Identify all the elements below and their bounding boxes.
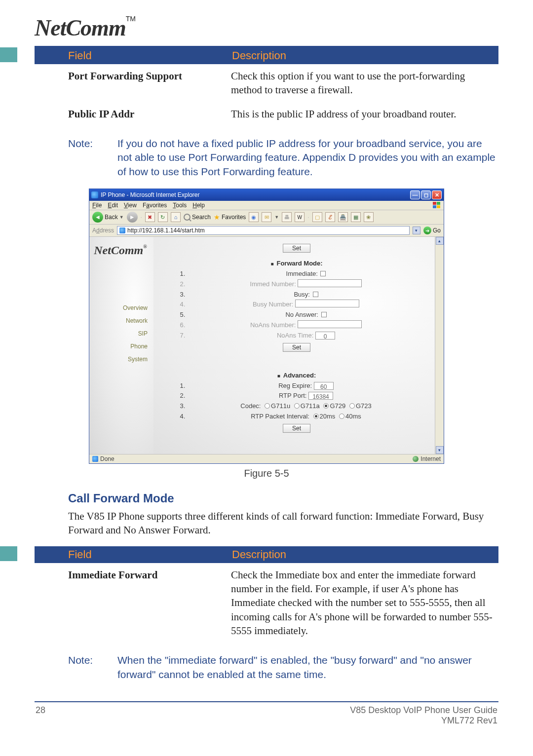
minimize-button[interactable]: — <box>410 190 420 199</box>
field-cell: Public IP Addr <box>35 102 227 126</box>
busy-checkbox[interactable] <box>313 292 318 297</box>
address-input[interactable]: http://192.168.1.144/start.htm <box>117 226 410 235</box>
close-button[interactable]: ✕ <box>432 190 442 199</box>
menu-help[interactable]: Help <box>192 202 205 209</box>
star-icon: ★ <box>214 213 220 221</box>
ie-icon <box>91 191 98 198</box>
set-button[interactable]: Set <box>283 343 310 352</box>
field-cell: Port Forwarding Support <box>35 64 227 102</box>
section-paragraph: The V85 IP Phone supports three differen… <box>68 509 498 537</box>
edit-button[interactable]: W <box>295 212 305 222</box>
footer-title: V85 Desktop VoIP Phone User Guide <box>350 705 497 716</box>
menu-edit[interactable]: Edit <box>108 202 118 209</box>
sidebar: NetComm® Overview Network SIP Phone Syst… <box>89 237 153 454</box>
accent-bar <box>0 47 17 62</box>
maximize-button[interactable]: ◻ <box>421 190 431 199</box>
set-button[interactable]: Set <box>283 424 310 433</box>
sidebar-item-overview[interactable]: Overview <box>93 302 150 314</box>
col-field: Field <box>35 546 227 563</box>
status-done: Done <box>100 455 114 462</box>
codec-g723-radio[interactable] <box>349 403 355 409</box>
address-label: Address <box>92 227 114 234</box>
codec-g711a-radio[interactable] <box>294 403 300 409</box>
go-button[interactable]: ➜ Go <box>423 227 441 234</box>
noanswer-checkbox[interactable] <box>321 312 327 317</box>
sidebar-item-system[interactable]: System <box>93 353 150 366</box>
back-label: Back <box>105 214 118 221</box>
table-row: Immediate Forward Check the Immediate bo… <box>35 563 498 643</box>
history-button[interactable]: ✉ <box>262 212 271 222</box>
footer: 28 V85 Desktop VoIP Phone User Guide YML… <box>35 702 498 726</box>
codec-g729-radio[interactable] <box>323 403 329 409</box>
forward-button[interactable]: ► <box>127 212 138 223</box>
list-item: Busy: <box>187 290 425 300</box>
set-button[interactable]: Set <box>283 244 310 253</box>
address-dropdown[interactable]: ▾ <box>413 227 420 234</box>
noans-time-input[interactable]: 0 <box>315 332 335 340</box>
refresh-button[interactable]: ↻ <box>158 212 168 222</box>
go-arrow-icon: ➜ <box>423 227 431 234</box>
tool-icon[interactable]: 🏯 <box>338 212 348 222</box>
windows-flag-icon <box>433 202 441 209</box>
reg-expire-input[interactable]: 60 <box>314 382 334 390</box>
scroll-down-icon[interactable]: ▾ <box>436 446 444 454</box>
busy-number-input[interactable] <box>295 300 359 307</box>
accent-bar <box>0 546 17 561</box>
interval-20ms-radio[interactable] <box>313 414 319 419</box>
media-button[interactable]: ◉ <box>249 212 259 222</box>
field-table-2: Field Description Immediate Forward Chec… <box>35 546 498 643</box>
print-button[interactable]: 🖶 <box>282 212 292 222</box>
dropdown-arrow-icon: ▼ <box>119 215 124 220</box>
noans-number-input[interactable] <box>298 320 362 328</box>
page-number: 28 <box>36 705 45 726</box>
list-item: No Answer: <box>187 310 425 320</box>
tool-icon[interactable]: ❀ <box>364 212 374 222</box>
separator: · <box>307 214 309 221</box>
tool-icon[interactable]: ℰ <box>325 212 335 222</box>
done-icon <box>92 456 98 462</box>
statusbar: Done Internet <box>89 454 444 463</box>
scrollbar[interactable]: ▴ ▾ <box>435 237 444 454</box>
immed-number-input[interactable] <box>298 279 362 287</box>
field-cell: Immediate Forward <box>35 563 227 643</box>
note-label: Note: <box>68 653 117 681</box>
col-description: Description <box>227 47 498 64</box>
note-1: Note: If you do not have a fixed public … <box>35 135 498 189</box>
list-item: Immed Number: <box>187 279 425 290</box>
home-button[interactable]: ⌂ <box>171 212 181 222</box>
list-item: NoAns Number: <box>187 320 425 331</box>
scroll-up-icon[interactable]: ▴ <box>436 237 444 245</box>
sidebar-item-sip[interactable]: SIP <box>93 327 150 340</box>
menu-tools[interactable]: Tools <box>173 202 187 209</box>
sidebar-item-phone[interactable]: Phone <box>93 340 150 353</box>
search-button[interactable]: Search <box>184 214 211 221</box>
section-heading: Call Forward Mode <box>68 491 498 505</box>
rtp-port-input[interactable]: 16384 <box>308 392 333 400</box>
toolbar: ◄ Back ▼ ► · ✖ ↻ ⌂ Search ★ Favorites ◉ <box>89 210 444 225</box>
page-icon <box>119 227 125 233</box>
header-logo: NetCommTM <box>35 15 498 41</box>
sidebar-item-network[interactable]: Network <box>93 314 150 327</box>
favorites-button[interactable]: ★ Favorites <box>214 213 246 221</box>
note-text: If you do not have a fixed public IP add… <box>117 137 498 179</box>
go-label: Go <box>433 227 441 234</box>
tool-icon[interactable]: ▦ <box>351 212 361 222</box>
codec-g711u-radio[interactable] <box>265 403 270 409</box>
globe-icon <box>413 456 419 462</box>
table-row: Public IP Addr This is the public IP add… <box>35 102 498 126</box>
menu-favorites[interactable]: Favorites <box>143 202 167 209</box>
section-forward-mode: Forward Mode: <box>168 260 425 267</box>
menu-file[interactable]: File <box>92 202 102 209</box>
interval-40ms-radio[interactable] <box>339 414 344 419</box>
status-zone: Internet <box>420 455 441 462</box>
menu-view[interactable]: View <box>124 202 137 209</box>
address-bar: Address http://192.168.1.144/start.htm ▾… <box>89 225 444 237</box>
sidebar-logo: NetComm® <box>91 244 150 257</box>
tool-icon[interactable]: ▢ <box>312 212 322 222</box>
separator: · <box>141 214 142 221</box>
back-button[interactable]: ◄ Back ▼ <box>92 212 124 223</box>
immediate-checkbox[interactable] <box>320 271 326 276</box>
note-text: When the "immediate forward" is enabled,… <box>117 653 498 681</box>
menubar: File Edit View Favorites Tools Help <box>89 201 444 210</box>
stop-button[interactable]: ✖ <box>145 212 155 222</box>
